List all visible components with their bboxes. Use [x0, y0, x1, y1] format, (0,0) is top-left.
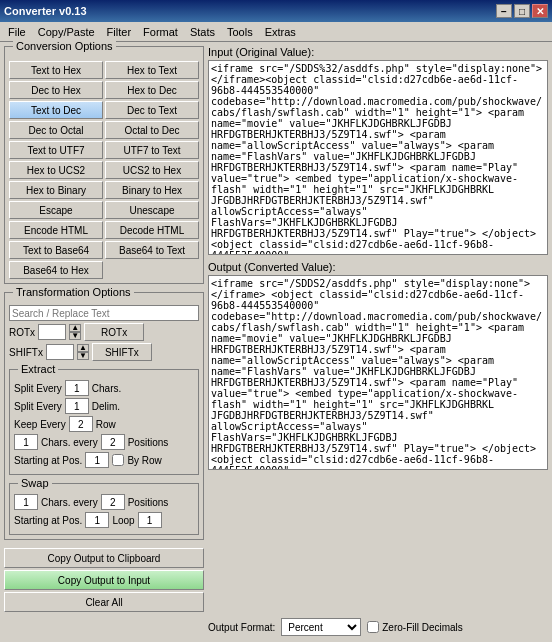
menu-file[interactable]: File — [2, 24, 32, 40]
rotx-input[interactable]: 13 — [38, 324, 66, 340]
conversion-options-title: Conversion Options — [13, 40, 116, 52]
btn-unescape[interactable]: Unescape — [105, 201, 199, 219]
btn-escape[interactable]: Escape — [9, 201, 103, 219]
shiftx-down[interactable]: ▼ — [77, 352, 89, 360]
btn-ucs2-to-hex[interactable]: UCS2 to Hex — [105, 161, 199, 179]
split-every-delim-input[interactable] — [65, 398, 89, 414]
minimize-button[interactable]: − — [496, 4, 512, 18]
starting-pos-row: Starting at Pos. By Row — [14, 452, 194, 468]
window-title: Converter v0.13 — [4, 5, 87, 17]
starting-pos-label: Starting at Pos. — [14, 455, 82, 466]
input-textarea[interactable] — [208, 60, 548, 255]
conversion-options-group: Conversion Options Text to Hex Hex to Te… — [4, 46, 204, 284]
btn-text-to-utf7[interactable]: Text to UTF7 — [9, 141, 103, 159]
search-replace-input[interactable] — [9, 305, 199, 321]
shiftx-row: SHIFTx 1 ▲ ▼ SHIFTx — [9, 343, 199, 361]
starting-pos-input[interactable] — [85, 452, 109, 468]
keep-every-label: Keep Every — [14, 419, 66, 430]
zero-fill-label: Zero-Fill Decimals — [382, 622, 463, 633]
shiftx-input[interactable]: 1 — [46, 344, 74, 360]
output-format-label: Output Format: — [208, 622, 275, 633]
swap-positions-label: Positions — [128, 497, 169, 508]
rotx-spinner[interactable]: ▲ ▼ — [69, 324, 81, 340]
btn-octal-to-dec[interactable]: Octal to Dec — [105, 121, 199, 139]
left-panel: Conversion Options Text to Hex Hex to Te… — [4, 46, 204, 636]
swap-positions-input[interactable] — [101, 494, 125, 510]
title-bar: Converter v0.13 − □ ✕ — [0, 0, 552, 22]
btn-utf7-to-text[interactable]: UTF7 to Text — [105, 141, 199, 159]
copy-output-clipboard-button[interactable]: Copy Output to Clipboard — [4, 548, 204, 568]
input-section: Input (Original Value): — [208, 46, 548, 257]
btn-text-to-base64[interactable]: Text to Base64 — [9, 241, 103, 259]
btn-dec-to-octal[interactable]: Dec to Octal — [9, 121, 103, 139]
swap-loop-input[interactable] — [138, 512, 162, 528]
output-format-row: Output Format: Percent Decimal Hex Unico… — [208, 618, 548, 636]
btn-base64-to-hex[interactable]: Base64 to Hex — [9, 261, 103, 279]
menu-tools[interactable]: Tools — [221, 24, 259, 40]
btn-text-to-hex[interactable]: Text to Hex — [9, 61, 103, 79]
split-every-delim-label: Split Every — [14, 401, 62, 412]
zero-fill-row: Zero-Fill Decimals — [367, 621, 463, 633]
swap-starting-pos-label: Starting at Pos. — [14, 515, 82, 526]
btn-base64-to-text[interactable]: Base64 to Text — [105, 241, 199, 259]
swap-chars-every-label: Chars. every — [41, 497, 98, 508]
extract-group: Extract Split Every Chars. Split Every D… — [9, 369, 199, 475]
swap-group: Swap Chars. every Positions Starting at … — [9, 483, 199, 535]
split-every-delim-row: Split Every Delim. — [14, 398, 194, 414]
menu-stats[interactable]: Stats — [184, 24, 221, 40]
chars-every-label: Chars. every — [41, 437, 98, 448]
keep-every-input[interactable] — [69, 416, 93, 432]
btn-dec-to-text[interactable]: Dec to Text — [105, 101, 199, 119]
input-label: Input (Original Value): — [208, 46, 548, 58]
btn-hex-to-dec[interactable]: Hex to Dec — [105, 81, 199, 99]
menu-extras[interactable]: Extras — [259, 24, 302, 40]
rotx-label: ROTx — [9, 327, 35, 338]
clear-all-button[interactable]: Clear All — [4, 592, 204, 612]
rotx-row: ROTx 13 ▲ ▼ ROTx — [9, 323, 199, 341]
conversion-grid: Text to Hex Hex to Text Dec to Hex Hex t… — [9, 61, 199, 279]
maximize-button[interactable]: □ — [514, 4, 530, 18]
btn-dec-to-hex[interactable]: Dec to Hex — [9, 81, 103, 99]
window-controls[interactable]: − □ ✕ — [496, 4, 548, 18]
btn-binary-to-hex[interactable]: Binary to Hex — [105, 181, 199, 199]
btn-rotx[interactable]: ROTx — [84, 323, 144, 341]
split-every-chars-input[interactable] — [65, 380, 89, 396]
transformation-options-group: Transformation Options ROTx 13 ▲ ▼ ROTx … — [4, 292, 204, 540]
shiftx-spinner[interactable]: ▲ ▼ — [77, 344, 89, 360]
swap-starting-pos-input[interactable] — [85, 512, 109, 528]
menu-filter[interactable]: Filter — [101, 24, 137, 40]
split-chars-suffix: Chars. — [92, 383, 121, 394]
copy-output-input-button[interactable]: Copy Output to Input — [4, 570, 204, 590]
output-textarea[interactable] — [208, 275, 548, 470]
btn-shiftx[interactable]: SHIFTx — [92, 343, 152, 361]
positions-label: Positions — [128, 437, 169, 448]
positions-input[interactable] — [101, 434, 125, 450]
keep-suffix: Row — [96, 419, 116, 430]
output-format-select[interactable]: Percent Decimal Hex Unicode — [281, 618, 361, 636]
shiftx-label: SHIFTx — [9, 347, 43, 358]
transformation-options-title: Transformation Options — [13, 286, 134, 298]
by-row-checkbox[interactable] — [112, 454, 124, 466]
rotx-down[interactable]: ▼ — [69, 332, 81, 340]
output-label: Output (Converted Value): — [208, 261, 548, 273]
btn-empty — [105, 261, 199, 279]
btn-text-to-dec[interactable]: Text to Dec — [9, 101, 103, 119]
zero-fill-checkbox[interactable] — [367, 621, 379, 633]
close-button[interactable]: ✕ — [532, 4, 548, 18]
btn-encode-html[interactable]: Encode HTML — [9, 221, 103, 239]
split-every-chars-label: Split Every — [14, 383, 62, 394]
bottom-buttons: Copy Output to Clipboard Copy Output to … — [4, 548, 204, 612]
btn-hex-to-binary[interactable]: Hex to Binary — [9, 181, 103, 199]
chars-every-input[interactable] — [14, 434, 38, 450]
btn-hex-to-text[interactable]: Hex to Text — [105, 61, 199, 79]
chars-every-row: Chars. every Positions — [14, 434, 194, 450]
swap-loop-label: Loop — [112, 515, 134, 526]
right-panel: Input (Original Value): Output (Converte… — [208, 46, 548, 636]
btn-decode-html[interactable]: Decode HTML — [105, 221, 199, 239]
menu-copypaste[interactable]: Copy/Paste — [32, 24, 101, 40]
swap-starting-pos-row: Starting at Pos. Loop — [14, 512, 194, 528]
menu-format[interactable]: Format — [137, 24, 184, 40]
btn-hex-to-ucs2[interactable]: Hex to UCS2 — [9, 161, 103, 179]
split-every-chars-row: Split Every Chars. — [14, 380, 194, 396]
swap-chars-every-input[interactable] — [14, 494, 38, 510]
